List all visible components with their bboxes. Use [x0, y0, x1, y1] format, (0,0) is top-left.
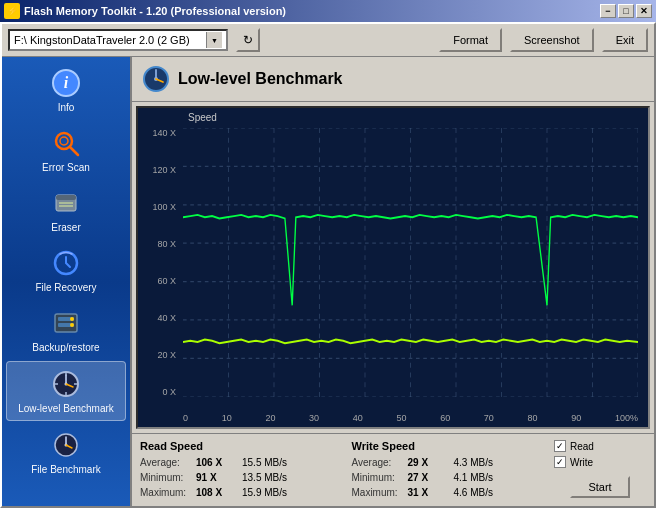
main-panel: Low-level Benchmark Speed 140 X 120 X 10… — [132, 57, 654, 506]
legend-write-label: Write — [570, 457, 593, 468]
exit-button[interactable]: Exit — [602, 28, 648, 52]
write-average-x: 29 X — [408, 455, 448, 470]
format-button[interactable]: Format — [439, 28, 502, 52]
eraser-icon — [50, 187, 82, 219]
svg-point-12 — [70, 323, 74, 327]
write-stats-minimum-row: Minimum: 27 X 4.1 MB/s — [352, 470, 547, 485]
write-minimum-mbs: 4.1 MB/s — [454, 470, 509, 485]
y-label-80: 80 X — [157, 239, 176, 249]
read-maximum-x: 108 X — [196, 485, 236, 500]
info-icon: i — [50, 67, 82, 99]
drive-select-arrow: ▼ — [206, 32, 222, 48]
sidebar-label-file-recovery: File Recovery — [35, 282, 96, 293]
write-average-mbs: 4.3 MB/s — [454, 455, 509, 470]
x-label-0: 0 — [183, 413, 188, 423]
title-bar-text: Flash Memory Toolkit - 1.20 (Professiona… — [24, 5, 286, 17]
low-level-benchmark-icon — [50, 368, 82, 400]
x-label-20: 20 — [265, 413, 275, 423]
write-minimum-label: Minimum: — [352, 470, 402, 485]
sidebar-label-info: Info — [58, 102, 75, 113]
sidebar-label-file-benchmark: File Benchmark — [31, 464, 100, 475]
sidebar-item-info[interactable]: i Info — [6, 61, 126, 119]
refresh-button[interactable]: ↻ — [236, 28, 260, 52]
svg-rect-6 — [59, 205, 73, 207]
screenshot-button[interactable]: Screenshot — [510, 28, 594, 52]
benchmark-header: Low-level Benchmark — [132, 57, 654, 102]
read-checkbox[interactable]: ✓ — [554, 440, 566, 452]
write-line — [183, 340, 638, 344]
write-average-label: Average: — [352, 455, 402, 470]
legend-write: ✓ Write — [554, 456, 646, 468]
drive-select-text: F:\ KingstonDataTraveler 2.0 (2 GB) — [14, 34, 206, 46]
start-button[interactable]: Start — [570, 476, 629, 498]
title-bar-left: ⚡ Flash Memory Toolkit - 1.20 (Professio… — [4, 3, 286, 19]
legend-panel: ✓ Read ✓ Write Start — [546, 440, 646, 498]
svg-rect-4 — [56, 195, 76, 200]
y-axis-labels: 140 X 120 X 100 X 80 X 60 X 40 X 20 X 0 … — [138, 128, 180, 397]
y-label-120: 120 X — [152, 165, 176, 175]
y-label-100: 100 X — [152, 202, 176, 212]
title-bar: ⚡ Flash Memory Toolkit - 1.20 (Professio… — [0, 0, 656, 22]
minimize-button[interactable]: − — [600, 4, 616, 18]
read-stats-minimum-row: Minimum: 91 X 13.5 MB/s — [140, 470, 335, 485]
speed-label: Speed — [188, 112, 217, 123]
legend-read-label: Read — [570, 441, 594, 452]
x-label-60: 60 — [440, 413, 450, 423]
write-maximum-label: Maximum: — [352, 485, 402, 500]
sidebar-label-backup-restore: Backup/restore — [32, 342, 99, 353]
sidebar-label-error-scan: Error Scan — [42, 162, 90, 173]
read-minimum-mbs: 13.5 MB/s — [242, 470, 297, 485]
read-average-mbs: 15.5 MB/s — [242, 455, 297, 470]
write-minimum-x: 27 X — [408, 470, 448, 485]
stats-panel: Read Speed Average: 106 X 15.5 MB/s Mini… — [132, 433, 654, 506]
backup-restore-icon — [50, 307, 82, 339]
y-label-20: 20 X — [157, 350, 176, 360]
file-recovery-icon — [50, 247, 82, 279]
sidebar-item-low-level-benchmark[interactable]: Low-level Benchmark — [6, 361, 126, 421]
title-bar-controls: − □ ✕ — [600, 4, 652, 18]
read-stats: Read Speed Average: 106 X 15.5 MB/s Mini… — [140, 440, 335, 500]
sidebar-item-file-recovery[interactable]: File Recovery — [6, 241, 126, 299]
svg-point-1 — [60, 137, 68, 145]
write-stats-title: Write Speed — [352, 440, 547, 452]
read-maximum-label: Maximum: — [140, 485, 190, 500]
read-average-x: 106 X — [196, 455, 236, 470]
x-label-70: 70 — [484, 413, 494, 423]
drive-select[interactable]: F:\ KingstonDataTraveler 2.0 (2 GB) ▼ — [8, 29, 228, 51]
svg-point-11 — [70, 317, 74, 321]
write-stats-average-row: Average: 29 X 4.3 MB/s — [352, 455, 547, 470]
x-label-90: 90 — [571, 413, 581, 423]
x-label-30: 30 — [309, 413, 319, 423]
maximize-button[interactable]: □ — [618, 4, 634, 18]
y-label-40: 40 X — [157, 313, 176, 323]
main-window: F:\ KingstonDataTraveler 2.0 (2 GB) ▼ ↻ … — [0, 22, 656, 508]
x-label-80: 80 — [528, 413, 538, 423]
y-label-60: 60 X — [157, 276, 176, 286]
read-average-label: Average: — [140, 455, 190, 470]
read-stats-average-row: Average: 106 X 15.5 MB/s — [140, 455, 335, 470]
sidebar-item-error-scan[interactable]: Error Scan — [6, 121, 126, 179]
sidebar-item-file-benchmark[interactable]: File Benchmark — [6, 423, 126, 481]
write-checkbox[interactable]: ✓ — [554, 456, 566, 468]
sidebar-label-eraser: Eraser — [51, 222, 80, 233]
error-scan-icon — [50, 127, 82, 159]
x-label-100: 100% — [615, 413, 638, 423]
read-stats-title: Read Speed — [140, 440, 335, 452]
app-icon: ⚡ — [4, 3, 20, 19]
sidebar-item-eraser[interactable]: Eraser — [6, 181, 126, 239]
write-stats-maximum-row: Maximum: 31 X 4.6 MB/s — [352, 485, 547, 500]
x-label-50: 50 — [396, 413, 406, 423]
x-axis-labels: 0 10 20 30 40 50 60 70 80 90 100% — [183, 413, 638, 423]
read-stats-maximum-row: Maximum: 108 X 15.9 MB/s — [140, 485, 335, 500]
read-minimum-label: Minimum: — [140, 470, 190, 485]
write-maximum-x: 31 X — [408, 485, 448, 500]
sidebar: i Info Error Scan — [2, 57, 132, 506]
close-button[interactable]: ✕ — [636, 4, 652, 18]
svg-line-2 — [70, 147, 78, 155]
y-label-140: 140 X — [152, 128, 176, 138]
x-label-40: 40 — [353, 413, 363, 423]
write-stats: Write Speed Average: 29 X 4.3 MB/s Minim… — [352, 440, 547, 500]
sidebar-item-backup-restore[interactable]: Backup/restore — [6, 301, 126, 359]
benchmark-title: Low-level Benchmark — [178, 70, 343, 88]
sidebar-label-low-level-benchmark: Low-level Benchmark — [18, 403, 114, 414]
